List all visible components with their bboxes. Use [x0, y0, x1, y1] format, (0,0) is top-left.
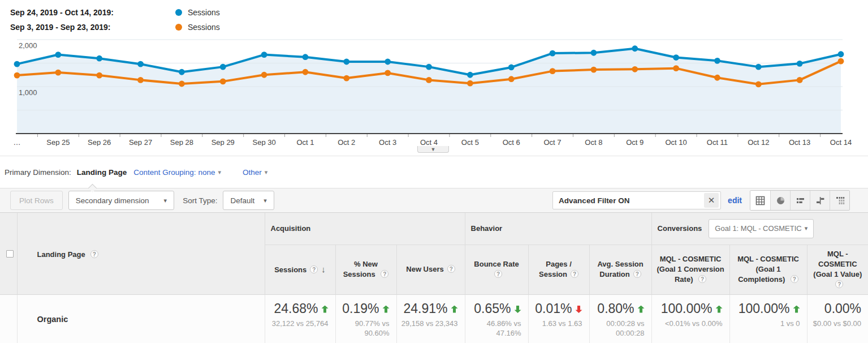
data-point[interactable]: [467, 72, 473, 78]
x-axis-label: Oct 6: [503, 138, 520, 146]
help-icon[interactable]: ?: [310, 265, 318, 273]
column-header-sessions[interactable]: Sessions?↓: [265, 245, 335, 294]
column-header-new-sessions[interactable]: % New Sessions ?: [335, 245, 396, 294]
data-point[interactable]: [137, 61, 144, 67]
data-point[interactable]: [96, 55, 102, 62]
secondary-dimension-button[interactable]: Secondary dimension▾: [68, 191, 174, 210]
sort-descending-icon[interactable]: ↓: [321, 264, 326, 274]
data-point[interactable]: [55, 52, 61, 58]
data-point[interactable]: [426, 64, 432, 70]
data-point[interactable]: [426, 77, 432, 83]
plot-rows-button[interactable]: Plot Rows: [10, 191, 63, 210]
data-point[interactable]: [343, 59, 349, 65]
data-point[interactable]: [673, 54, 679, 61]
chevron-down-icon: ▾: [805, 225, 808, 232]
data-point[interactable]: [632, 45, 638, 52]
data-point[interactable]: [550, 68, 556, 74]
data-point[interactable]: [14, 72, 20, 79]
row-checkbox-cell: [0, 294, 17, 343]
data-point[interactable]: [303, 69, 309, 75]
table-toolbar: Plot Rows Secondary dimension▾ Sort Type…: [0, 188, 868, 213]
chart-collapse-tab[interactable]: ▼: [417, 146, 449, 153]
data-point[interactable]: [179, 69, 185, 75]
data-point[interactable]: [179, 81, 185, 87]
data-point[interactable]: [591, 50, 597, 56]
column-header-avg-session-duration[interactable]: Avg. Session Duration?: [589, 245, 651, 294]
legend-row-previous: Sep 3, 2019 - Sep 23, 2019: Sessions: [10, 20, 868, 35]
data-point[interactable]: [838, 51, 844, 57]
column-header-bounce-rate[interactable]: Bounce Rate ?: [465, 245, 528, 294]
data-point[interactable]: [755, 64, 762, 70]
landing-page-column-header[interactable]: Landing Page?: [17, 213, 265, 294]
percentage-view-button[interactable]: [770, 191, 790, 210]
x-axis-label: Oct 3: [379, 138, 396, 146]
performance-view-button[interactable]: [790, 191, 810, 210]
comparison-values: 1.63 vs 1.63: [529, 319, 582, 328]
help-icon[interactable]: ?: [571, 270, 578, 278]
data-point[interactable]: [261, 52, 267, 58]
data-point[interactable]: [797, 61, 803, 67]
y-axis-label: 1,000: [19, 88, 37, 97]
other-dimension-link[interactable]: Other: [243, 168, 262, 177]
data-point[interactable]: [550, 50, 556, 57]
dimension-landing-page[interactable]: Landing Page: [77, 168, 127, 177]
help-icon[interactable]: ?: [381, 270, 388, 278]
data-point[interactable]: [55, 70, 61, 76]
chevron-down-icon: ▼: [431, 147, 436, 152]
data-point[interactable]: [220, 64, 226, 70]
data-point[interactable]: [632, 66, 638, 72]
goal-selector-dropdown[interactable]: Goal 1: MQL - COSMETIC ▾: [709, 219, 814, 238]
column-header-goal-conversion-rate[interactable]: MQL - COSMETIC (Goal 1 Conversion Rate) …: [651, 245, 729, 294]
content-grouping-link[interactable]: Content Grouping: none: [133, 168, 215, 177]
goal-completions-cell: 100.00% 1 vs 0: [729, 294, 807, 343]
x-axis-label: Oct 13: [789, 138, 810, 146]
column-header-new-users[interactable]: New Users?: [396, 245, 465, 294]
select-all-checkbox[interactable]: [6, 250, 14, 258]
landing-page-value[interactable]: Organic: [17, 294, 265, 343]
data-point[interactable]: [96, 72, 102, 79]
x-axis-label: Oct 7: [544, 138, 562, 146]
data-point[interactable]: [508, 76, 515, 82]
comparison-values: <0.01% vs 0.00%: [652, 319, 723, 328]
report-table: Landing Page? Acquisition Behavior Conve…: [0, 213, 868, 343]
sort-type-button[interactable]: Default▾: [223, 191, 274, 210]
data-point[interactable]: [137, 77, 144, 83]
data-view-button[interactable]: [750, 191, 770, 210]
data-point[interactable]: [14, 61, 20, 67]
data-point[interactable]: [343, 75, 349, 82]
help-icon[interactable]: ?: [90, 250, 98, 258]
column-header-pages-session[interactable]: Pages / Session?: [528, 245, 589, 294]
data-point[interactable]: [385, 70, 391, 76]
help-icon[interactable]: ?: [835, 280, 843, 288]
data-point[interactable]: [591, 67, 597, 73]
column-header-goal-completions[interactable]: MQL - COSMETIC (Goal 1 Completions) ?: [729, 245, 807, 294]
column-header-goal-value[interactable]: MQL - COSMETIC (Goal 1 Value) ?: [807, 245, 868, 294]
primary-dimension-label: Primary Dimension:: [5, 168, 71, 177]
data-point[interactable]: [303, 54, 309, 60]
pie-chart-icon: [776, 196, 785, 205]
help-icon[interactable]: ?: [791, 275, 798, 283]
data-point[interactable]: [467, 80, 473, 87]
data-point[interactable]: [755, 81, 762, 87]
x-axis-label: Sep 27: [129, 138, 152, 146]
close-icon[interactable]: ✕: [704, 193, 719, 208]
data-point[interactable]: [220, 78, 226, 84]
help-icon[interactable]: ?: [447, 265, 455, 273]
data-point[interactable]: [714, 75, 720, 81]
x-axis-label: Sep 28: [170, 138, 193, 146]
data-point[interactable]: [714, 58, 720, 64]
data-point[interactable]: [508, 65, 515, 71]
change-down-icon: [576, 306, 582, 313]
data-point[interactable]: [673, 65, 679, 71]
edit-filter-link[interactable]: edit: [728, 196, 742, 205]
data-point[interactable]: [261, 72, 267, 78]
help-icon[interactable]: ?: [698, 275, 706, 283]
data-point[interactable]: [797, 77, 803, 83]
data-point[interactable]: [385, 59, 391, 65]
comparison-view-button[interactable]: [810, 191, 830, 210]
chevron-down-icon: ▾: [218, 169, 221, 176]
help-icon[interactable]: ?: [494, 270, 502, 278]
data-point[interactable]: [838, 58, 844, 65]
help-icon[interactable]: ?: [633, 270, 641, 278]
pivot-view-button[interactable]: [830, 191, 849, 210]
